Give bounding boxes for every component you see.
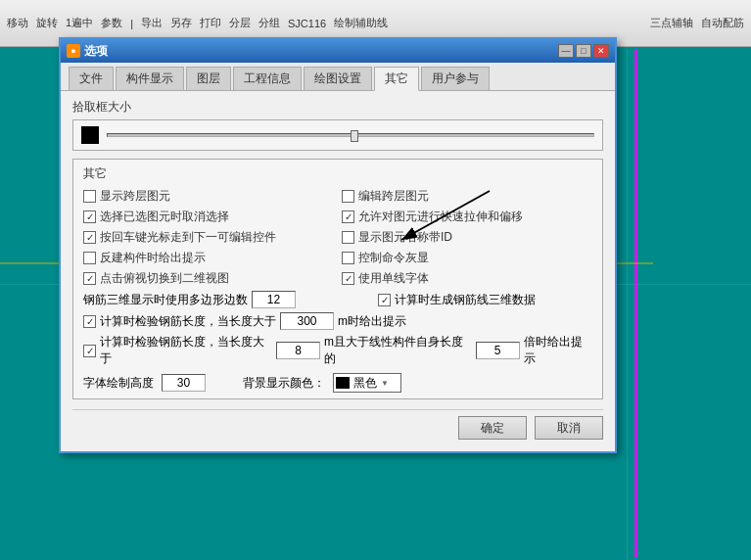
label-top-view-2d: 点击俯视切换到二维视图 <box>100 270 229 287</box>
label-show-name-id: 显示图元名称带ID <box>358 229 452 246</box>
checkbox-rebar-3d[interactable] <box>378 294 391 306</box>
rebar-polygon-label: 钢筋三维显示时使用多边形边数 <box>83 292 248 308</box>
dialog-content: 拾取框大小 其它 显示跨层图元 编辑跨层图元 <box>61 91 615 451</box>
calc-row2-prefix: 计算时检验钢筋长度，当长度大于 <box>100 334 272 367</box>
dialog-tabs: 文件 构件显示 图层 工程信息 绘图设置 其它 用户参与 <box>61 63 615 91</box>
bg-color-select[interactable]: 黑色 ▼ <box>333 373 401 393</box>
toolbar-text-2: 旋转 <box>33 16 61 30</box>
action-buttons: 确定 取消 <box>72 409 603 440</box>
calc-row2-input1[interactable] <box>276 342 320 359</box>
option-edit-cross-layer: 编辑跨层图元 <box>342 188 592 205</box>
cancel-button[interactable]: 取消 <box>535 416 603 440</box>
dropdown-arrow-icon: ▼ <box>381 379 389 388</box>
toolbar-text-7: 另存 <box>167 16 195 30</box>
checkbox-calc2[interactable] <box>83 345 96 357</box>
calc-row1-input[interactable] <box>280 312 334 330</box>
label-show-cross-layer: 显示跨层图元 <box>100 188 170 205</box>
grab-square <box>81 126 99 144</box>
checkbox-deselect[interactable] <box>83 210 96 223</box>
tab-project-info[interactable]: 工程信息 <box>233 67 302 90</box>
checkbox-calc1[interactable] <box>83 315 96 328</box>
label-single-line-font: 使用单线字体 <box>358 270 429 287</box>
toolbar-text-6: 导出 <box>138 16 165 30</box>
maximize-button[interactable]: □ <box>576 44 591 58</box>
toolbar-text-sjc: SJC116 <box>285 18 329 29</box>
option-rebuild-prompt: 反建构件时给出提示 <box>83 250 334 266</box>
bottom-options-row: 字体绘制高度 背景显示颜色： 黑色 ▼ <box>83 373 592 393</box>
checkbox-show-cross-layer[interactable] <box>83 190 96 203</box>
tab-drawing-settings[interactable]: 绘图设置 <box>304 67 372 90</box>
bg-color-value: 黑色 <box>353 375 377 392</box>
label-quick-stretch: 允许对图元进行快速拉伸和偏移 <box>358 209 523 225</box>
grab-frame-control <box>72 119 603 151</box>
checkbox-rebuild-prompt[interactable] <box>83 252 96 264</box>
checkbox-quick-stretch[interactable] <box>342 210 354 223</box>
tab-component-display[interactable]: 构件显示 <box>116 67 184 90</box>
tab-layer[interactable]: 图层 <box>186 67 231 90</box>
other-section-title: 其它 <box>83 165 592 182</box>
bg-color-label: 背景显示颜色： <box>243 375 325 392</box>
other-section: 其它 显示跨层图元 编辑跨层图元 选择已选图元时取消选择 <box>72 159 603 399</box>
tab-file[interactable]: 文件 <box>69 67 114 90</box>
label-edit-cross-layer: 编辑跨层图元 <box>358 188 429 205</box>
toolbar-text-4: 参数 <box>98 16 125 30</box>
toolbar-text-3: 1遍中 <box>63 16 96 30</box>
tab-other[interactable]: 其它 <box>374 67 419 91</box>
option-gray-cmd: 控制命令灰显 <box>342 250 592 266</box>
rebar-3d-label: 计算时生成钢筋线三维数据 <box>395 292 536 308</box>
option-deselect: 选择已选图元时取消选择 <box>83 209 334 225</box>
grab-slider-thumb[interactable] <box>351 130 358 142</box>
option-top-view-2d: 点击俯视切换到二维视图 <box>83 270 334 287</box>
toolbar-text-10: 分组 <box>256 16 283 30</box>
calc-row-2: 计算时检验钢筋长度，当长度大于 m且大于线性构件自身长度的 倍时给出提示 <box>83 334 592 367</box>
minimize-button[interactable]: — <box>558 44 574 58</box>
label-enter-key: 按回车键光标走到下一可编辑控件 <box>100 229 276 246</box>
dialog-title: ● 选项 <box>67 43 108 60</box>
dialog-controls: — □ ✕ <box>558 44 609 58</box>
toolbar-text-9: 分层 <box>226 16 254 30</box>
toolbar-text-right1: 三点辅轴 <box>647 16 696 30</box>
checkbox-single-line-font[interactable] <box>342 272 354 285</box>
toolbar-text-right2: 自动配筋 <box>698 16 747 30</box>
font-height-label: 字体绘制高度 <box>83 375 154 392</box>
checkbox-top-view-2d[interactable] <box>83 272 96 285</box>
checkbox-edit-cross-layer[interactable] <box>342 190 354 203</box>
dialog-icon: ● <box>67 44 80 58</box>
tab-user[interactable]: 用户参与 <box>421 67 490 90</box>
calc-row1-prefix: 计算时检验钢筋长度，当长度大于 <box>100 313 276 330</box>
dialog-title-text: 选项 <box>84 43 108 60</box>
option-show-cross-layer: 显示跨层图元 <box>83 188 334 205</box>
option-enter-key: 按回车键光标走到下一可编辑控件 <box>83 229 334 246</box>
calc-row1-suffix: m时给出提示 <box>338 313 406 330</box>
checkbox-show-name-id[interactable] <box>342 231 354 244</box>
options-dialog: ● 选项 — □ ✕ 文件 构件显示 图层 工程信息 绘图设置 其它 用户参与 … <box>59 37 617 453</box>
confirm-button[interactable]: 确定 <box>458 416 527 440</box>
rebar-polygon-input[interactable] <box>252 291 296 308</box>
label-rebuild-prompt: 反建构件时给出提示 <box>100 250 206 266</box>
label-gray-cmd: 控制命令灰显 <box>358 250 429 266</box>
dialog-titlebar: ● 选项 — □ ✕ <box>61 39 615 63</box>
toolbar-text-5: | <box>127 18 136 29</box>
checkbox-enter-key[interactable] <box>83 231 96 244</box>
rebar-polygon-row: 钢筋三维显示时使用多边形边数 计算时生成钢筋线三维数据 <box>83 291 592 308</box>
grab-frame-title: 拾取框大小 <box>72 99 603 116</box>
font-height-input[interactable] <box>162 374 206 392</box>
label-deselect: 选择已选图元时取消选择 <box>100 209 229 225</box>
checkbox-gray-cmd[interactable] <box>342 252 354 264</box>
calc-row-1: 计算时检验钢筋长度，当长度大于 m时给出提示 <box>83 312 592 330</box>
calc-row2-input2[interactable] <box>476 342 520 359</box>
option-quick-stretch: 允许对图元进行快速拉伸和偏移 <box>342 209 592 225</box>
calc-row2-suffix: 倍时给出提示 <box>524 334 592 367</box>
toolbar-text-draw: 绘制辅助线 <box>331 16 391 30</box>
option-show-name-id: 显示图元名称带ID <box>342 229 592 246</box>
color-swatch-black <box>336 377 350 389</box>
toolbar-text-1: 移动 <box>4 16 31 30</box>
calc-row2-mid: m且大于线性构件自身长度的 <box>324 334 472 367</box>
grab-slider-track <box>107 133 594 137</box>
options-grid: 显示跨层图元 编辑跨层图元 选择已选图元时取消选择 允许对图元进行快速拉伸和偏移 <box>83 188 592 287</box>
close-button[interactable]: ✕ <box>593 44 609 58</box>
option-single-line-font: 使用单线字体 <box>342 270 592 287</box>
toolbar-text-8: 打印 <box>197 16 224 30</box>
